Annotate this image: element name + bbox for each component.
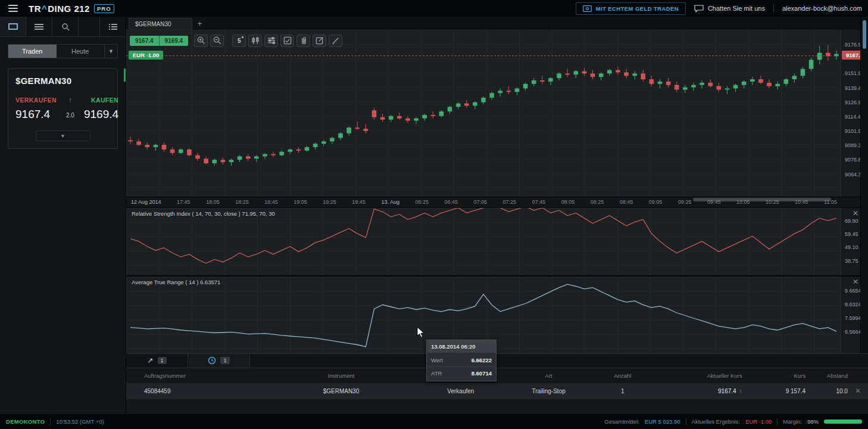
sell-price-button[interactable]: 9167.4: [15, 108, 57, 121]
chat-bubble-icon: [694, 5, 704, 13]
orders-header-row: Auftragsnummer Instrument Richtung Art A…: [126, 368, 868, 383]
account-email[interactable]: alexander-bock@hush.com: [782, 5, 862, 12]
tab-positions[interactable]: ↗ 1: [126, 354, 188, 368]
logo-text-2: DING 212: [48, 4, 90, 14]
atr-title: Average True Range ( 14 ) 6.63571: [130, 278, 222, 286]
axis-tick: 49.10: [845, 244, 858, 250]
mode-switch: Traden Heute ▼: [8, 44, 118, 58]
annotate-button[interactable]: [313, 35, 326, 47]
axis-tick: 59.45: [845, 231, 858, 237]
panel-view-button[interactable]: [0, 17, 26, 36]
time-label: 10:45: [795, 199, 808, 205]
ask-value: 9169.4: [159, 36, 189, 46]
draw-button[interactable]: [329, 35, 342, 47]
order-current-price: 9167.4: [718, 388, 736, 394]
tooltip-date: 13.08.2014 06:20: [427, 340, 496, 353]
vertical-scrollbar-thumb[interactable]: [863, 20, 866, 49]
time-label: 19:05: [294, 199, 307, 205]
menu-icon[interactable]: [8, 5, 18, 12]
chat-label: Chatten Sie mit uns: [708, 5, 765, 12]
buy-price-button[interactable]: 9169.4: [84, 108, 118, 121]
col-auftragsnummer: Auftragsnummer: [144, 372, 264, 379]
order-instrument: $GERMAN30: [264, 388, 419, 394]
tooltip-atr-label: ATR: [431, 370, 442, 377]
templates-button[interactable]: [280, 35, 294, 47]
margin-value: 98%: [807, 418, 819, 425]
divider: [777, 418, 778, 425]
buy-label: KAUFEN: [84, 97, 118, 104]
axis-tick: 9126.9: [845, 100, 861, 105]
instrument-expand-button[interactable]: ▼: [36, 130, 90, 141]
time-label: 10:05: [736, 199, 750, 205]
time-label: 08:25: [591, 199, 604, 205]
interval-button[interactable]: 5: [232, 35, 246, 47]
time-label: 19:45: [352, 199, 366, 205]
position-badge[interactable]: EUR -1.00: [129, 51, 163, 60]
logo-caret: ^: [42, 4, 47, 14]
banknote-icon: [583, 5, 592, 12]
tab-traden[interactable]: Traden: [8, 45, 57, 58]
atr-close-icon[interactable]: ✕: [853, 278, 858, 286]
price-plot[interactable]: 9167.49169.4 5 EUR -1.00: [126, 30, 841, 197]
rsi-plot[interactable]: Relative Strength Index ( 14, 70, 30, cl…: [126, 208, 841, 275]
clock-time: 10:53:52 (GMT +0): [56, 418, 104, 425]
axis-tick: 9176.9: [845, 42, 861, 48]
vertical-scrollbar[interactable]: [860, 17, 868, 353]
atr-panel: Average True Range ( 14 ) 6.63571 9.6654…: [126, 275, 868, 353]
time-label: 12 Aug 2014: [131, 199, 161, 205]
real-money-button[interactable]: MIT ECHTEM GELD TRADEN: [576, 2, 686, 15]
chart-type-button[interactable]: [248, 35, 262, 47]
axis-tick: 9089.3: [845, 142, 861, 148]
axis-tick: 9114.4: [845, 114, 861, 120]
zoom-in-icon: [196, 36, 206, 45]
col-instrument: Instrument: [264, 372, 419, 379]
time-label: 07:25: [503, 199, 517, 205]
rsi-close-icon[interactable]: ✕: [853, 209, 858, 217]
sell-label: VERKAUFEN: [15, 97, 57, 104]
axis-tick: 9101.9: [845, 128, 861, 134]
time-label: 07:05: [474, 199, 488, 205]
tab-heute[interactable]: Heute: [57, 45, 105, 58]
tooltip-wert-value: 6.66222: [472, 357, 492, 363]
zoom-out-button[interactable]: [210, 35, 224, 47]
col-aktueller-kurs: Aktueller Kurs: [651, 372, 742, 379]
chart-tab[interactable]: $GERMAN30: [129, 18, 192, 30]
time-axis: 12 Aug 201417:4518:0518:2518:4519:0519:2…: [126, 197, 868, 207]
rsi-title: Relative Strength Index ( 14, 70, 30, cl…: [130, 210, 277, 217]
list-view-button[interactable]: [26, 17, 52, 36]
quote-badge: 9167.49169.4: [130, 36, 188, 46]
search-button[interactable]: [52, 17, 79, 36]
chart-tab-bar: $GERMAN30 +: [126, 17, 868, 30]
order-type: Trailing-Stop: [503, 388, 595, 394]
indicator-tooltip: 13.08.2014 06:20 Wert6.66222 ATR8.60714: [426, 340, 497, 381]
sidebar: Traden Heute ▼ $GERMAN30 VERKAUFEN ↑ KAU…: [0, 17, 126, 414]
indicators-button[interactable]: [264, 35, 278, 47]
sidebar-settings-button[interactable]: [99, 17, 126, 36]
attach-button[interactable]: [296, 35, 310, 47]
time-label: 17:45: [177, 199, 191, 205]
mode-dropdown-caret[interactable]: ▼: [104, 45, 117, 58]
time-label: 06:45: [445, 199, 458, 205]
chat-link[interactable]: Chatten Sie mit uns: [694, 5, 765, 13]
order-row[interactable]: 45084459 $GERMAN30 Verkaufen Trailing-St…: [126, 383, 868, 399]
real-money-label: MIT ECHTEM GELD TRADEN: [596, 5, 679, 12]
col-art: Art: [503, 372, 595, 379]
axis-tick: 69.80: [845, 218, 858, 224]
time-label: 19:25: [323, 199, 336, 205]
total-funds-label: Gesamtmittel:: [604, 418, 639, 425]
rsi-plot-svg: [126, 208, 841, 275]
tab-pending-orders[interactable]: 1: [188, 354, 250, 368]
add-chart-tab-button[interactable]: +: [192, 18, 208, 30]
price-panel: 9167.49169.4 5 EUR -1.00 9167.4 917: [126, 30, 868, 197]
cancel-order-icon[interactable]: ✕: [855, 387, 861, 395]
top-bar: TR^DING 212 PRO MIT ECHTEM GELD TRADEN C…: [0, 0, 868, 17]
candlestick-icon: [251, 36, 260, 45]
result-label: Aktuelles Ergebnis:: [692, 418, 740, 425]
col-kurs: Kurs: [742, 372, 805, 379]
status-bar: DEMOKONTO 10:53:52 (GMT +0) Gesamtmittel…: [0, 414, 868, 429]
order-id: 45084459: [144, 388, 264, 394]
list-view-icon: [35, 24, 43, 30]
col-abstand: Abstand: [805, 372, 848, 379]
zoom-in-button[interactable]: [194, 35, 208, 47]
template-check-icon: [283, 36, 292, 45]
